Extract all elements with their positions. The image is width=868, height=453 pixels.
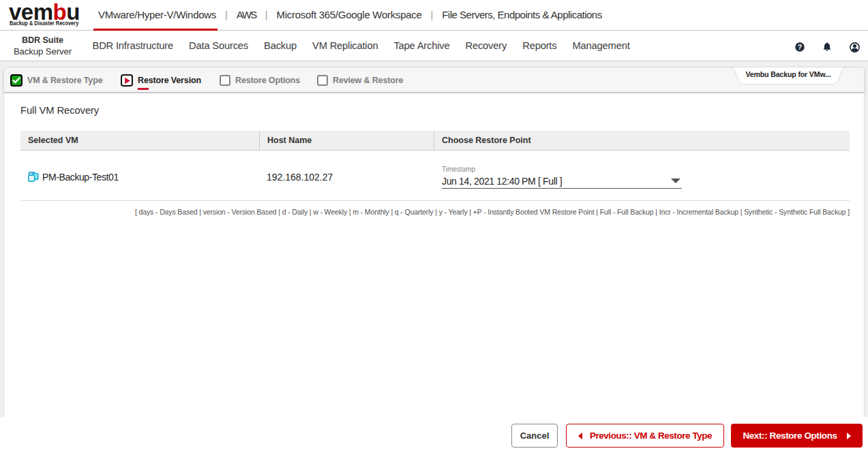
svg-text:?: ?: [798, 43, 802, 51]
